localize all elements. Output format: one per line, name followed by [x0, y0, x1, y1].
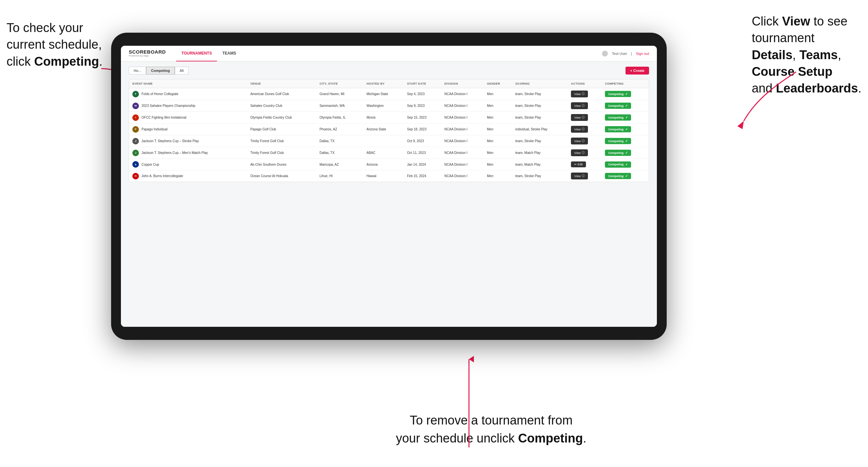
view-button[interactable]: View ⓘ — [571, 91, 588, 97]
logo-title: SCOREBOARD — [129, 49, 166, 54]
annotation-left: To check your current schedule, click Co… — [6, 20, 102, 70]
hosted-by-cell: Arizona — [364, 159, 404, 170]
filter-host-btn[interactable]: Ho... — [129, 67, 146, 74]
tournaments-table: EVENT NAME VENUE CITY, STATE HOSTED BY S… — [129, 79, 649, 182]
table-row: J Jackson T. Stephens Cup – Men's Match … — [129, 147, 649, 159]
annotation-right: Click View to see tournament Details, Te… — [752, 13, 862, 97]
city-state-cell: Grand Haven, MI — [316, 88, 364, 100]
view-button[interactable]: View ⓘ — [571, 102, 588, 109]
venue-cell: Ak-Chin Southern Dunes — [247, 159, 316, 170]
competing-cell[interactable]: Competing ✓ — [602, 147, 649, 159]
team-logo: A — [132, 161, 139, 168]
scoring-cell: team, Stroke Play — [512, 170, 568, 182]
competing-badge[interactable]: Competing ✓ — [605, 114, 631, 121]
start-date-cell: Sep 4, 2023 — [404, 88, 441, 100]
division-cell: NCAA Division I — [441, 112, 484, 124]
nav-tournaments[interactable]: TOURNAMENTS — [176, 46, 217, 61]
actions-cell[interactable]: View ⓘ — [568, 135, 602, 147]
view-button[interactable]: View ⓘ — [571, 126, 588, 133]
col-event-name: EVENT NAME — [129, 80, 247, 88]
competing-badge[interactable]: Competing ✓ — [605, 150, 631, 156]
competing-badge[interactable]: Competing ✓ — [605, 91, 631, 97]
competing-badge[interactable]: Competing ✓ — [605, 103, 631, 109]
nav-teams[interactable]: TEAMS — [217, 46, 241, 61]
user-name: Test User — [612, 52, 627, 56]
venue-cell: Olympia Fields Country Club — [247, 112, 316, 124]
create-button[interactable]: + Create — [625, 67, 649, 74]
sign-out-link[interactable]: Sign out — [636, 52, 649, 56]
team-logo: I — [132, 114, 139, 121]
filter-row: Ho... Competing All + Create — [129, 67, 649, 74]
event-name: 2023 Sahalee Players Championship — [142, 104, 195, 107]
col-start-date: START DATE — [404, 80, 441, 88]
col-scoring: SCORING — [512, 80, 568, 88]
hosted-by-cell: Washington — [364, 100, 404, 112]
scoring-cell: team, Stroke Play — [512, 100, 568, 112]
event-name: Copper Cup — [142, 163, 159, 166]
competing-badge[interactable]: Competing ✓ — [605, 161, 631, 168]
city-state-cell: Dallas, TX — [316, 147, 364, 159]
actions-cell[interactable]: View ⓘ — [568, 124, 602, 135]
division-cell: NCAA Division I — [441, 170, 484, 182]
competing-cell[interactable]: Competing ✓ — [602, 124, 649, 135]
competing-badge[interactable]: Competing ✓ — [605, 173, 631, 179]
gender-cell: Men — [484, 100, 512, 112]
event-name-cell: I OFCC Fighting Illini Invitational — [129, 112, 247, 124]
view-button[interactable]: View ⓘ — [571, 173, 588, 179]
competing-badge[interactable]: Competing ✓ — [605, 126, 631, 132]
start-date-cell: Oct 11, 2023 — [404, 147, 441, 159]
hosted-by-cell — [364, 135, 404, 147]
city-state-cell: Phoenix, AZ — [316, 124, 364, 135]
event-name-cell: H John A. Burns Intercollegiate — [129, 170, 247, 182]
filter-all-btn[interactable]: All — [175, 67, 189, 74]
gender-cell: Men — [484, 112, 512, 124]
tablet-shell: SCOREBOARD Powered by clipp TOURNAMENTS … — [111, 33, 667, 340]
table-header-row: EVENT NAME VENUE CITY, STATE HOSTED BY S… — [129, 80, 649, 88]
division-cell: NCAA Division I — [441, 88, 484, 100]
table-row: W 2023 Sahalee Players Championship Saha… — [129, 100, 649, 112]
competing-cell[interactable]: Competing ✓ — [602, 100, 649, 112]
col-venue: VENUE — [247, 80, 316, 88]
col-hosted-by: HOSTED BY — [364, 80, 404, 88]
nav-right: Test User | Sign out — [602, 51, 649, 57]
event-name-cell: F Folds of Honor Collegiate — [129, 88, 247, 100]
scoring-cell: team, Stroke Play — [512, 88, 568, 100]
division-cell: NCAA Division I — [441, 159, 484, 170]
actions-cell[interactable]: View ⓘ — [568, 100, 602, 112]
tablet-screen: SCOREBOARD Powered by clipp TOURNAMENTS … — [121, 46, 657, 327]
scoring-cell: team, Match Play — [512, 147, 568, 159]
city-state-cell: Maricopa, AZ — [316, 159, 364, 170]
division-cell: NCAA Division I — [441, 147, 484, 159]
edit-button[interactable]: ✏ Edit — [571, 161, 586, 167]
competing-cell[interactable]: Competing ✓ — [602, 170, 649, 182]
competing-cell[interactable]: Competing ✓ — [602, 135, 649, 147]
actions-cell[interactable]: View ⓘ — [568, 147, 602, 159]
user-icon — [602, 51, 608, 57]
table-row: J Jackson T. Stephens Cup – Stroke Play … — [129, 135, 649, 147]
hosted-by-cell: Illinois — [364, 112, 404, 124]
venue-cell: Trinity Forest Golf Club — [247, 147, 316, 159]
event-name: Jackson T. Stephens Cup – Stroke Play — [142, 139, 199, 143]
view-button[interactable]: View ⓘ — [571, 114, 588, 121]
competing-cell[interactable]: Competing ✓ — [602, 159, 649, 170]
hosted-by-cell: Arizona State — [364, 124, 404, 135]
actions-cell[interactable]: View ⓘ — [568, 112, 602, 124]
actions-cell[interactable]: ✏ Edit — [568, 159, 602, 170]
competing-cell[interactable]: Competing ✓ — [602, 112, 649, 124]
start-date-cell: Jan 14, 2024 — [404, 159, 441, 170]
actions-cell[interactable]: View ⓘ — [568, 170, 602, 182]
actions-cell[interactable]: View ⓘ — [568, 88, 602, 100]
event-name-cell: A Copper Cup — [129, 159, 247, 170]
view-button[interactable]: View ⓘ — [571, 149, 588, 156]
gender-cell: Men — [484, 124, 512, 135]
event-name: Papago Individual — [142, 127, 168, 131]
team-logo: H — [132, 173, 139, 179]
event-name: Jackson T. Stephens Cup – Men's Match Pl… — [142, 151, 208, 155]
col-actions: ACTIONS — [568, 80, 602, 88]
competing-badge[interactable]: Competing ✓ — [605, 138, 631, 144]
table-row: H John A. Burns Intercollegiate Ocean Co… — [129, 170, 649, 182]
filter-competing-btn[interactable]: Competing — [146, 67, 175, 74]
city-state-cell: Olympia Fields, IL — [316, 112, 364, 124]
competing-cell[interactable]: Competing ✓ — [602, 88, 649, 100]
view-button[interactable]: View ⓘ — [571, 137, 588, 145]
